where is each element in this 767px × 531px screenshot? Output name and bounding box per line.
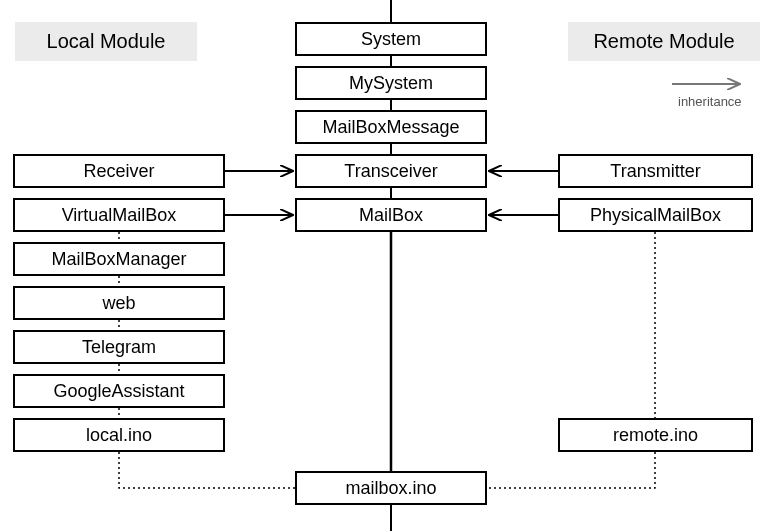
box-web: web [13,286,225,320]
box-mailboxmanager: MailBoxManager [13,242,225,276]
box-mysystem: MySystem [295,66,487,100]
remote-module-header: Remote Module [568,22,760,61]
box-system: System [295,22,487,56]
box-mailboxmessage: MailBoxMessage [295,110,487,144]
box-telegram: Telegram [13,330,225,364]
box-physicalmailbox: PhysicalMailBox [558,198,753,232]
box-transceiver: Transceiver [295,154,487,188]
local-module-header: Local Module [15,22,197,61]
dot-remoteino-mailboxino [487,452,655,488]
box-virtualmailbox: VirtualMailBox [13,198,225,232]
box-localino: local.ino [13,418,225,452]
box-mailbox: MailBox [295,198,487,232]
box-remoteino: remote.ino [558,418,753,452]
box-googleassistant: GoogleAssistant [13,374,225,408]
dot-localino-mailboxino [119,452,295,488]
box-transmitter: Transmitter [558,154,753,188]
box-mailboxino: mailbox.ino [295,471,487,505]
box-receiver: Receiver [13,154,225,188]
legend-inheritance-label: inheritance [678,94,742,109]
